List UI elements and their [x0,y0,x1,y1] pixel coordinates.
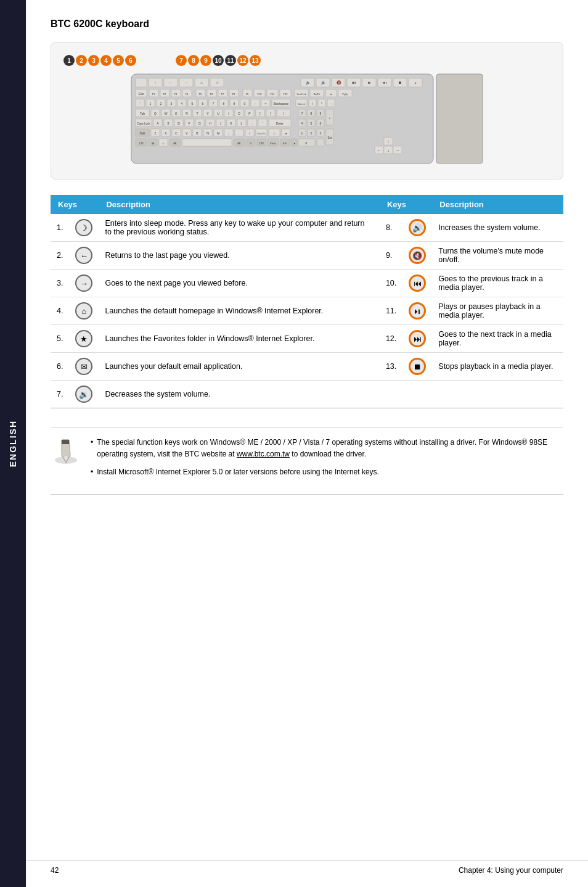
svg-text:☺: ☺ [161,141,165,145]
svg-text:⏮: ⏮ [352,81,356,85]
svg-text:☺: ☺ [273,132,276,135]
svg-text:G: G [198,122,201,125]
svg-text:●: ● [285,131,287,135]
note-bullet-2: • Install Microsoft® Internet Explorer 5… [91,466,563,478]
row-desc-right: Increases the system volume. [432,214,563,242]
row-num-right: 10. [380,270,402,297]
svg-text:F11: F11 [271,93,276,96]
row-num-left: 1. [51,214,69,242]
badge-2: 2 [76,55,87,66]
col-desc-header-left: Description [99,195,379,214]
row-icon-left: ✉ [69,353,99,381]
svg-text:7: 7 [301,112,303,115]
row-num-left: 6. [51,353,69,381]
badge-10: 10 [213,55,224,66]
note-section: • The special function keys work on Wind… [51,427,563,495]
svg-text:←: ← [169,81,173,85]
table-row: 3.→Goes to the next page you viewed befo… [51,270,563,297]
svg-text:Backspace: Backspace [274,102,289,105]
svg-text:PgUp: PgUp [343,93,348,96]
svg-text:7: 7 [213,102,214,105]
svg-text:↑: ↑ [155,81,157,85]
table-row: 5.★Launches the Favorites folder in Wind… [51,325,563,353]
svg-text:4: 4 [181,102,183,105]
svg-text:⏭: ⏭ [383,81,386,85]
svg-text:H: H [209,122,211,125]
svg-text:0: 0 [244,102,246,105]
svg-rect-211 [182,139,232,146]
main-content: BTC 6200C keyboard 1 2 3 4 5 6 7 8 9 10 … [26,0,588,526]
svg-text:6: 6 [202,102,204,105]
vol-up-icon: 🔊 [409,219,426,236]
svg-text:→: → [184,81,188,85]
row-desc-left: Decreases the system volume. [99,381,379,408]
prev-track-icon: ⏮ [409,274,426,292]
row-desc-right: Stops playback in a media player. [432,353,563,381]
svg-text:Num Lk: Num Lk [298,103,305,105]
svg-text:F9: F9 [246,93,249,96]
svg-text:Scroll Lck: Scroll Lck [296,93,306,96]
svg-text:': ' [263,122,263,125]
sidebar-label: ENGLISH [8,420,18,467]
svg-text:5: 5 [192,102,194,105]
note-bullet-1: • The special function keys work on Wind… [91,437,563,460]
svg-text:PrtSc: PrtSc [270,142,276,145]
note-text-container: • The special function keys work on Wind… [91,437,563,485]
svg-text:Shift: Shift [139,132,145,135]
note-icon [51,437,81,468]
svg-text:9: 9 [234,102,235,105]
row-desc-right: Goes to the previous track in a media pl… [432,270,563,297]
svg-text:2: 2 [160,102,162,105]
note-1-text: The special function keys work on Window… [97,437,563,460]
email-icon: ✉ [75,358,92,375]
svg-text:⏯: ⏯ [367,81,371,85]
svg-text:T: T [196,112,198,115]
svg-text:9: 9 [320,112,322,115]
svg-text:N: N [206,131,209,135]
row-desc-right: Goes to the next track in a media player… [432,325,563,353]
keyboard-illustration: ↑ ← → ⌂ ☆ 🔉 🔊 [63,71,550,167]
svg-rect-2 [136,78,147,87]
svg-text:Alt: Alt [173,142,177,145]
row-desc-left: Goes to the next page you viewed before. [99,270,379,297]
chapter-label: Chapter 4: Using your computer [459,866,563,875]
row-num-left: 5. [51,325,69,353]
svg-text:=: = [265,102,267,105]
next-track-icon: ⏭ [409,330,426,347]
svg-text:Caps Lock: Caps Lock [137,122,150,125]
row-desc-right: Turns the volume's mute mode on/off. [432,242,563,270]
page-number: 42 [51,866,59,875]
svg-text:Ctrl: Ctrl [139,142,144,145]
row-num-left: 2. [51,242,69,270]
svg-text:*: * [321,102,322,105]
svg-text:D: D [178,122,180,125]
page-title: BTC 6200C keyboard [51,19,563,30]
svg-text:🔊: 🔊 [321,80,326,85]
page-footer: 42 Chapter 4: Using your computer [26,860,588,875]
table-row: 6.✉Launches your default email applicati… [51,353,563,381]
moon-icon: ☽ [75,219,92,236]
svg-text:8: 8 [223,102,225,105]
badge-12: 12 [237,55,248,66]
svg-text:F7: F7 [221,93,224,96]
svg-text:F12: F12 [284,93,288,96]
svg-text:8: 8 [311,112,312,115]
stop-icon: ⏹ [409,358,426,375]
svg-text:I: I [228,112,229,115]
svg-text:1: 1 [150,102,152,105]
svg-text:↓: ↓ [387,148,390,152]
svg-text:☆: ☆ [216,81,219,85]
row-num-right: 8. [380,214,402,242]
svg-text:Ent: Ent [328,136,333,139]
row-icon-right: ⏹ [402,353,432,381]
svg-text:≡: ≡ [250,141,252,145]
badge-3: 3 [88,55,99,66]
note-2-text: Install Microsoft® Internet Explorer 5.0… [97,466,379,478]
svg-text:Esc: Esc [139,92,144,96]
svg-text:→: → [396,148,400,152]
row-icon-left: ☽ [69,214,99,242]
svg-text:0: 0 [306,141,308,145]
svg-text:M: M [217,131,219,135]
badge-9: 9 [200,55,211,66]
keys-table: Keys Description Keys Description 1.☽Ent… [51,195,563,408]
